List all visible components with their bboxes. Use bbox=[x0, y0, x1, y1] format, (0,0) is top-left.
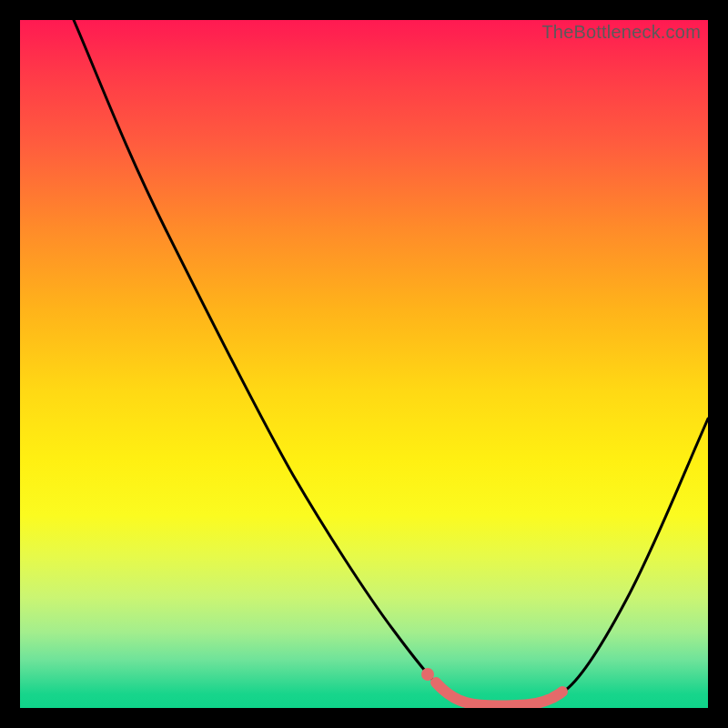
curve-layer bbox=[20, 20, 708, 708]
chart-canvas: TheBottleneck.com bbox=[0, 0, 728, 728]
watermark-text: TheBottleneck.com bbox=[541, 22, 701, 43]
bottleneck-curve bbox=[74, 20, 708, 707]
marker-dot bbox=[421, 668, 434, 681]
plot-area: TheBottleneck.com bbox=[20, 20, 708, 708]
optimal-highlight bbox=[436, 682, 562, 706]
